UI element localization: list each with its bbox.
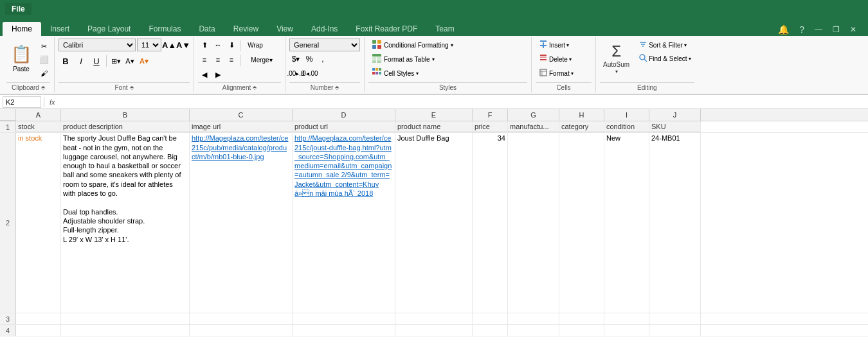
- cell-j3[interactable]: [649, 313, 701, 324]
- minimize-icon[interactable]: —: [811, 25, 826, 34]
- cell-f3[interactable]: [473, 313, 508, 324]
- align-top-button[interactable]: ⬆: [198, 39, 211, 51]
- percent-button[interactable]: %: [303, 53, 316, 65]
- tab-data[interactable]: Data: [190, 22, 224, 36]
- align-bottom-button[interactable]: ⬇: [225, 39, 238, 51]
- format-painter-button[interactable]: 🖌: [37, 67, 50, 80]
- tab-review[interactable]: Review: [224, 22, 267, 36]
- cell-e3[interactable]: [395, 313, 473, 324]
- cell-e1[interactable]: product name: [395, 121, 473, 132]
- cell-c1[interactable]: image url: [190, 121, 293, 132]
- cell-d4[interactable]: [293, 325, 395, 336]
- format-button[interactable]: Format ▾: [536, 67, 577, 80]
- border-button[interactable]: ⊞▾: [109, 55, 122, 67]
- font-color-button[interactable]: A▾: [138, 55, 150, 67]
- cell-i4[interactable]: [604, 325, 649, 336]
- cell-a2[interactable]: in stock: [16, 133, 61, 313]
- tab-foxit[interactable]: Foxit Reader PDF: [347, 22, 426, 36]
- cell-c4[interactable]: [190, 325, 293, 336]
- cell-c3[interactable]: [190, 313, 293, 324]
- col-header-b[interactable]: B: [61, 109, 190, 121]
- cell-e2[interactable]: Joust Duffle Bag: [395, 133, 473, 313]
- alignment-expand-icon[interactable]: ⬘: [253, 85, 257, 91]
- row-number-3[interactable]: 3: [0, 313, 16, 324]
- cell-i1[interactable]: condition: [604, 121, 649, 132]
- tab-insert[interactable]: Insert: [41, 22, 78, 36]
- cell-reference-input[interactable]: [3, 96, 41, 108]
- formula-input[interactable]: [60, 98, 865, 106]
- row-number-4[interactable]: 4: [0, 325, 16, 336]
- autosum-button[interactable]: Σ AutoSum ▾: [600, 39, 633, 78]
- tab-formulas[interactable]: Formulas: [140, 22, 190, 36]
- file-tab[interactable]: File: [5, 3, 32, 15]
- currency-button[interactable]: $▾: [289, 53, 302, 65]
- decrease-indent-button[interactable]: ◀: [198, 68, 211, 81]
- cell-d2-link[interactable]: http://Mageplaza.com/tester/ce215c/joust…: [294, 134, 393, 198]
- cell-e4[interactable]: [395, 325, 473, 336]
- cell-b4[interactable]: [61, 325, 190, 336]
- cell-g1[interactable]: manufactu...: [508, 121, 559, 132]
- account-icon[interactable]: ?: [795, 24, 808, 35]
- help-icon[interactable]: 🔔: [774, 24, 793, 35]
- cell-f4[interactable]: [473, 325, 508, 336]
- cell-h2[interactable]: [559, 133, 604, 313]
- cell-h1[interactable]: category: [559, 121, 604, 132]
- number-format-select[interactable]: General: [289, 39, 360, 51]
- cut-button[interactable]: ✂: [37, 40, 50, 53]
- tab-home[interactable]: Home: [3, 22, 41, 36]
- col-header-e[interactable]: E: [395, 109, 473, 121]
- format-as-table-button[interactable]: Format as Table ▾: [368, 53, 438, 65]
- cell-c2-link[interactable]: http://Mageplaza.com/tester/ce215c/pub/m…: [192, 134, 290, 161]
- increase-decimal-button[interactable]: .0◂.00: [303, 67, 316, 80]
- cell-g4[interactable]: [508, 325, 559, 336]
- sort-filter-button[interactable]: Sort & Filter ▾: [635, 39, 694, 51]
- decrease-font-button[interactable]: A▼: [177, 39, 190, 51]
- col-header-i[interactable]: I: [604, 109, 649, 121]
- align-center-button[interactable]: ≡: [212, 53, 224, 66]
- italic-button[interactable]: I: [74, 54, 88, 68]
- tab-page-layout[interactable]: Page Layout: [78, 22, 140, 36]
- number-expand-icon[interactable]: ⬘: [335, 85, 339, 91]
- cell-b3[interactable]: [61, 313, 190, 324]
- copy-button[interactable]: ⬜: [37, 53, 50, 66]
- fill-color-button[interactable]: A▾: [123, 55, 136, 67]
- cell-i3[interactable]: [604, 313, 649, 324]
- delete-button[interactable]: Delete ▾: [536, 53, 575, 65]
- tab-team[interactable]: Team: [426, 22, 463, 36]
- cell-h3[interactable]: [559, 313, 604, 324]
- cell-d1[interactable]: product url: [293, 121, 395, 132]
- font-size-select[interactable]: 11: [137, 39, 161, 51]
- col-header-g[interactable]: G: [508, 109, 559, 121]
- increase-font-button[interactable]: A▲: [163, 39, 176, 51]
- restore-icon[interactable]: ❐: [829, 25, 844, 34]
- font-expand-icon[interactable]: ⬘: [130, 85, 134, 91]
- cell-d3[interactable]: [293, 313, 395, 324]
- cell-b2[interactable]: The sporty Joust Duffle Bag can't be bea…: [61, 133, 190, 313]
- col-header-d[interactable]: D: [293, 109, 395, 121]
- cell-b1[interactable]: product description: [61, 121, 190, 132]
- cell-j4[interactable]: [649, 325, 701, 336]
- cell-j1[interactable]: SKU: [649, 121, 701, 132]
- cell-j2[interactable]: 24-MB01: [649, 133, 701, 313]
- cell-g2[interactable]: [508, 133, 559, 313]
- bold-button[interactable]: B: [59, 54, 73, 68]
- tab-view[interactable]: View: [267, 22, 302, 36]
- comma-button[interactable]: ,: [316, 53, 329, 65]
- cell-f1[interactable]: price: [473, 121, 508, 132]
- merge-center-button[interactable]: Merge▾: [242, 53, 281, 66]
- tab-add-ins[interactable]: Add-Ins: [302, 22, 347, 36]
- cell-g3[interactable]: [508, 313, 559, 324]
- align-left-button[interactable]: ≡: [198, 53, 211, 66]
- underline-button[interactable]: U: [89, 54, 104, 68]
- col-header-j[interactable]: J: [649, 109, 701, 121]
- wrap-text-button[interactable]: Wrap: [242, 39, 268, 51]
- row-number-2[interactable]: 2: [0, 133, 16, 313]
- close-icon[interactable]: ✕: [846, 25, 860, 34]
- row-number-1[interactable]: 1: [0, 121, 16, 132]
- find-select-button[interactable]: Find & Select ▾: [635, 52, 694, 65]
- cell-d2[interactable]: http://Mageplaza.com/tester/ce215c/joust…: [293, 133, 395, 313]
- cell-f2[interactable]: 34: [473, 133, 508, 313]
- cell-styles-button[interactable]: Cell Styles ▾: [368, 67, 422, 80]
- increase-indent-button[interactable]: ▶: [212, 68, 224, 81]
- col-header-c[interactable]: C: [190, 109, 293, 121]
